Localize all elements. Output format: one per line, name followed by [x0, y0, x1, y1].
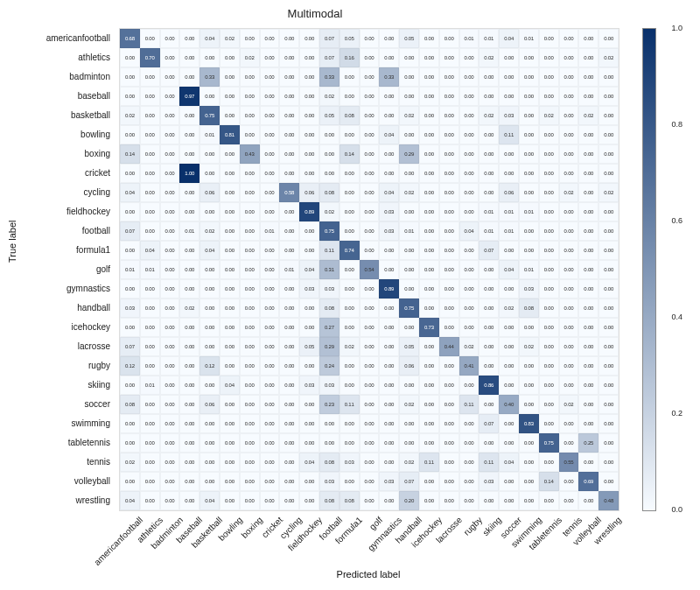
heatmap-cell: 0.00 [559, 376, 579, 395]
heatmap-cell: 0.01 [179, 221, 200, 241]
heatmap-cell: 0.00 [519, 472, 539, 491]
heatmap-cell: 0.00 [299, 125, 319, 144]
heatmap-cell: 0.02 [539, 106, 559, 125]
heatmap-cell: 0.04 [220, 376, 240, 395]
heatmap-cell: 0.00 [559, 48, 579, 67]
heatmap-cell: 0.00 [439, 144, 459, 164]
heatmap-cell: 0.00 [419, 125, 439, 144]
heatmap-cell: 0.00 [319, 164, 340, 183]
y-tick: football [0, 221, 116, 240]
heatmap-cell: 0.40 [499, 395, 519, 414]
heatmap-cell: 0.01 [279, 260, 299, 279]
heatmap-cell: 0.00 [360, 337, 380, 356]
heatmap-cell: 0.00 [179, 318, 200, 337]
heatmap-cell: 0.00 [200, 260, 220, 279]
heatmap-cell: 0.00 [479, 164, 499, 183]
heatmap-cell: 0.11 [319, 241, 340, 260]
heatmap-cell: 0.00 [519, 67, 539, 87]
heatmap-cell: 0.00 [279, 125, 299, 144]
y-tick: volleyball [0, 471, 116, 490]
heatmap-cell: 0.00 [240, 221, 260, 241]
heatmap-cell: 0.00 [419, 87, 439, 106]
heatmap-cell: 0.00 [279, 164, 299, 183]
heatmap-cell: 0.58 [279, 183, 299, 202]
heatmap-cell: 0.00 [360, 472, 380, 491]
heatmap-cell: 0.00 [279, 67, 299, 87]
heatmap-cell: 0.01 [519, 29, 539, 48]
heatmap-cell: 0.00 [459, 376, 480, 395]
y-tick: skiing [0, 375, 116, 394]
heatmap-cell: 0.03 [299, 376, 319, 395]
heatmap-cell: 0.00 [279, 433, 299, 453]
heatmap-cell: 0.00 [360, 453, 380, 472]
heatmap-cell: 0.01 [399, 221, 419, 241]
heatmap-cell: 0.00 [220, 48, 240, 67]
heatmap-cell: 0.00 [598, 144, 619, 164]
y-tick: gymnastics [0, 278, 116, 298]
heatmap-cell: 0.00 [578, 67, 598, 87]
heatmap-cell: 0.06 [200, 395, 220, 414]
heatmap-cell: 0.86 [479, 376, 499, 395]
heatmap-cell: 0.00 [499, 164, 519, 183]
heatmap-cell: 0.00 [419, 183, 439, 202]
heatmap-cell: 0.00 [439, 433, 459, 453]
heatmap-cell: 0.00 [120, 202, 140, 221]
heatmap-cell: 0.00 [360, 125, 380, 144]
heatmap-cell: 0.04 [459, 221, 480, 241]
heatmap-cell: 0.03 [319, 376, 340, 395]
heatmap-cell: 0.00 [499, 376, 519, 395]
heatmap-cell: 0.00 [360, 221, 380, 241]
heatmap-cell: 0.00 [439, 414, 459, 433]
heatmap-cell: 0.43 [240, 144, 260, 164]
heatmap-cell: 0.01 [260, 221, 280, 241]
heatmap-cell: 0.00 [439, 491, 459, 510]
heatmap-cell: 0.00 [519, 183, 539, 202]
heatmap-cell: 0.00 [559, 125, 579, 144]
heatmap-cell: 0.11 [479, 453, 499, 472]
heatmap-cell: 0.00 [220, 183, 240, 202]
heatmap-cell: 0.00 [179, 395, 200, 414]
heatmap-cell: 0.00 [578, 318, 598, 337]
heatmap-cell: 0.00 [160, 29, 180, 48]
heatmap-cell: 0.00 [360, 491, 380, 510]
heatmap-cell: 0.06 [499, 183, 519, 202]
heatmap-cell: 0.00 [200, 414, 220, 433]
y-tick: soccer [0, 394, 116, 413]
heatmap-cell: 0.02 [459, 337, 480, 356]
heatmap-cell: 0.00 [220, 337, 240, 356]
heatmap-cell: 0.03 [379, 221, 399, 241]
heatmap-cell: 0.00 [419, 356, 439, 376]
heatmap-cell: 0.02 [220, 29, 240, 48]
heatmap-cell: 0.00 [260, 202, 280, 221]
heatmap-cell: 0.00 [140, 221, 160, 241]
heatmap-cell: 0.08 [519, 299, 539, 318]
heatmap-cell: 0.00 [519, 48, 539, 67]
y-tick: icehockey [0, 317, 116, 336]
heatmap-cell: 0.04 [120, 183, 140, 202]
heatmap-cell: 0.00 [439, 376, 459, 395]
heatmap-cell: 0.02 [479, 106, 499, 125]
heatmap-cell: 0.00 [399, 87, 419, 106]
heatmap-cell: 0.00 [578, 48, 598, 67]
heatmap-cell: 0.00 [200, 279, 220, 299]
heatmap-cell: 0.00 [578, 414, 598, 433]
heatmap-cell: 0.70 [140, 48, 160, 67]
heatmap-cell: 0.00 [299, 356, 319, 376]
y-tick: golf [0, 259, 116, 278]
heatmap-cell: 0.00 [539, 87, 559, 106]
heatmap-cell: 0.01 [140, 376, 160, 395]
heatmap-cell: 0.75 [399, 299, 419, 318]
heatmap-cell: 0.00 [379, 395, 399, 414]
heatmap-cell: 0.00 [419, 414, 439, 433]
heatmap-cell: 0.00 [220, 221, 240, 241]
heatmap-cell: 0.00 [598, 87, 619, 106]
heatmap-cell: 0.00 [499, 433, 519, 453]
heatmap-cell: 0.00 [360, 202, 380, 221]
colorbar-tick: 0.2 [671, 409, 682, 418]
heatmap-cell: 0.00 [340, 202, 360, 221]
heatmap-cell: 0.00 [360, 48, 380, 67]
heatmap-cell: 0.00 [340, 221, 360, 241]
heatmap-cell: 0.00 [140, 491, 160, 510]
heatmap-cell: 0.00 [578, 260, 598, 279]
heatmap-cell: 0.00 [479, 125, 499, 144]
